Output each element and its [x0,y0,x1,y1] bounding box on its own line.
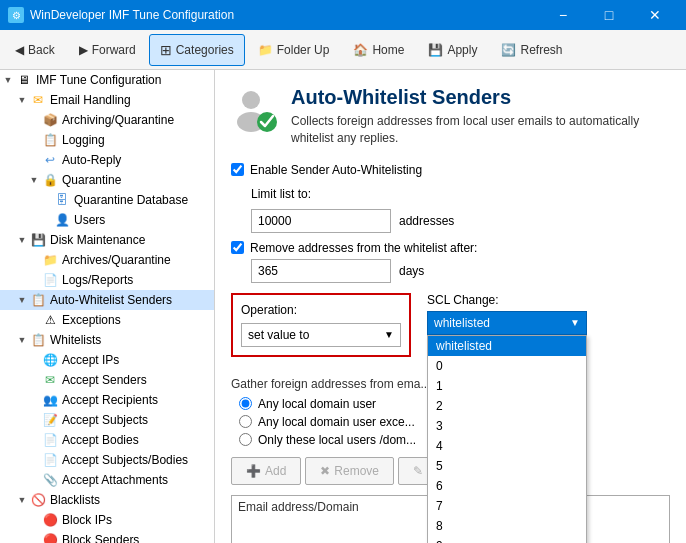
sidebar-item-block-ips[interactable]: 🔴 Block IPs [0,510,214,530]
toolbar: ◀ Back ▶ Forward ⊞ Categories 📁 Folder U… [0,30,686,70]
subj-bod-icon: 📄 [42,452,58,468]
toggle-icon: ▼ [16,234,28,246]
add-icon: ➕ [246,464,261,478]
sidebar-label: Quarantine [62,173,121,187]
days-row: days [251,259,670,283]
scl-option-5[interactable]: 5 [428,456,586,476]
refresh-button[interactable]: 🔄 Refresh [490,34,573,66]
categories-button[interactable]: ⊞ Categories [149,34,245,66]
radio-only-these-label: Only these local users /dom... [258,433,416,447]
forward-button[interactable]: ▶ Forward [68,34,147,66]
toggle-icon: ▼ [16,494,28,506]
scl-option-8[interactable]: 8 [428,516,586,536]
radio-any-except[interactable] [239,415,252,428]
scl-option-7[interactable]: 7 [428,496,586,516]
sidebar-item-accept-ips[interactable]: 🌐 Accept IPs [0,350,214,370]
enable-section: Enable Sender Auto-Whitelisting [231,163,670,177]
archive-icon: 📦 [42,112,58,128]
scl-option-3[interactable]: 3 [428,416,586,436]
sidebar-item-disk[interactable]: ▼ 💾 Disk Maintenance [0,230,214,250]
spacer [28,114,40,126]
toggle-icon: ▼ [2,74,14,86]
scl-option-2[interactable]: 2 [428,396,586,416]
sidebar-item-logs-reports[interactable]: 📄 Logs/Reports [0,270,214,290]
page-header-text: Auto-Whitelist Senders Collects foreign … [291,86,670,147]
remove-icon: ✖ [320,464,330,478]
sidebar-label: Accept Bodies [62,433,139,447]
spacer [40,214,52,226]
window-title: WinDeveloper IMF Tune Configuration [30,8,234,22]
minimize-button[interactable]: − [540,0,586,30]
sidebar-label: Accept Subjects [62,413,148,427]
sidebar-item-accept-subjects-bodies[interactable]: 📄 Accept Subjects/Bodies [0,450,214,470]
scl-option-6[interactable]: 6 [428,476,586,496]
sidebar-item-logging[interactable]: 📋 Logging [0,130,214,150]
exception-icon: ⚠ [42,312,58,328]
users-icon: 👤 [54,212,70,228]
spacer [28,274,40,286]
limit-input[interactable] [251,209,391,233]
spacer [28,454,40,466]
sidebar-item-auto-whitelist[interactable]: ▼ 📋 Auto-Whitelist Senders [0,290,214,310]
spacer [28,394,40,406]
operation-select[interactable]: set value to ▼ [241,323,401,347]
bodies-icon: 📄 [42,432,58,448]
scl-option-whitelisted[interactable]: whitelisted [428,336,586,356]
sidebar-item-quarantine[interactable]: ▼ 🔒 Quarantine [0,170,214,190]
days-input[interactable] [251,259,391,283]
sidebar-item-whitelists[interactable]: ▼ 📋 Whitelists [0,330,214,350]
block-senders-icon: 🔴 [42,532,58,543]
scl-dropdown-container: whitelisted ▼ whitelisted 0 1 2 3 4 5 6 … [427,311,587,335]
sidebar-item-exceptions[interactable]: ⚠ Exceptions [0,310,214,330]
scl-option-4[interactable]: 4 [428,436,586,456]
sidebar-item-accept-bodies[interactable]: 📄 Accept Bodies [0,430,214,450]
enable-checkbox[interactable] [231,163,244,176]
spacer [28,134,40,146]
scl-option-0[interactable]: 0 [428,356,586,376]
apply-button[interactable]: 💾 Apply [417,34,488,66]
scl-option-1[interactable]: 1 [428,376,586,396]
add-button[interactable]: ➕ Add [231,457,301,485]
main-layout: ▼ 🖥 IMF Tune Configuration ▼ ✉ Email Han… [0,70,686,543]
back-label: Back [28,43,55,57]
spacer [28,154,40,166]
radio-any-local[interactable] [239,397,252,410]
apply-icon: 💾 [428,43,443,57]
sidebar-item-quarantine-db[interactable]: 🗄 Quarantine Database [0,190,214,210]
sidebar-item-blacklists[interactable]: ▼ 🚫 Blacklists [0,490,214,510]
sidebar-item-auto-reply[interactable]: ↩ Auto-Reply [0,150,214,170]
categories-label: Categories [176,43,234,57]
toggle-icon: ▼ [16,334,28,346]
page-header-icon [231,86,279,134]
attach-icon: 📎 [42,472,58,488]
scl-dropdown: whitelisted 0 1 2 3 4 5 6 7 8 9 [427,335,587,543]
sidebar-item-users[interactable]: 👤 Users [0,210,214,230]
scl-option-9[interactable]: 9 [428,536,586,543]
home-button[interactable]: 🏠 Home [342,34,415,66]
operation-value: set value to [248,328,309,342]
add-label: Add [265,464,286,478]
quarantine-icon: 🔒 [42,172,58,188]
spacer [28,314,40,326]
sidebar-item-accept-attachments[interactable]: 📎 Accept Attachments [0,470,214,490]
sidebar-item-block-senders[interactable]: 🔴 Block Senders [0,530,214,543]
sidebar-item-archiving[interactable]: 📦 Archiving/Quarantine [0,110,214,130]
window-controls: − □ ✕ [540,0,678,30]
sidebar-item-accept-subjects[interactable]: 📝 Accept Subjects [0,410,214,430]
folder-up-button[interactable]: 📁 Folder Up [247,34,341,66]
radio-only-these[interactable] [239,433,252,446]
back-button[interactable]: ◀ Back [4,34,66,66]
sidebar-item-accept-senders[interactable]: ✉ Accept Senders [0,370,214,390]
sidebar-item-accept-recipients[interactable]: 👥 Accept Recipients [0,390,214,410]
remove-checkbox[interactable] [231,241,244,254]
sidebar-item-email-handling[interactable]: ▼ ✉ Email Handling [0,90,214,110]
sidebar-item-archives[interactable]: 📁 Archives/Quarantine [0,250,214,270]
sidebar-item-root[interactable]: ▼ 🖥 IMF Tune Configuration [0,70,214,90]
close-button[interactable]: ✕ [632,0,678,30]
remove-button[interactable]: ✖ Remove [305,457,394,485]
maximize-button[interactable]: □ [586,0,632,30]
toggle-icon: ▼ [16,94,28,106]
scl-selected[interactable]: whitelisted ▼ [427,311,587,335]
refresh-label: Refresh [520,43,562,57]
remove-label: Remove addresses from the whitelist afte… [250,241,477,255]
